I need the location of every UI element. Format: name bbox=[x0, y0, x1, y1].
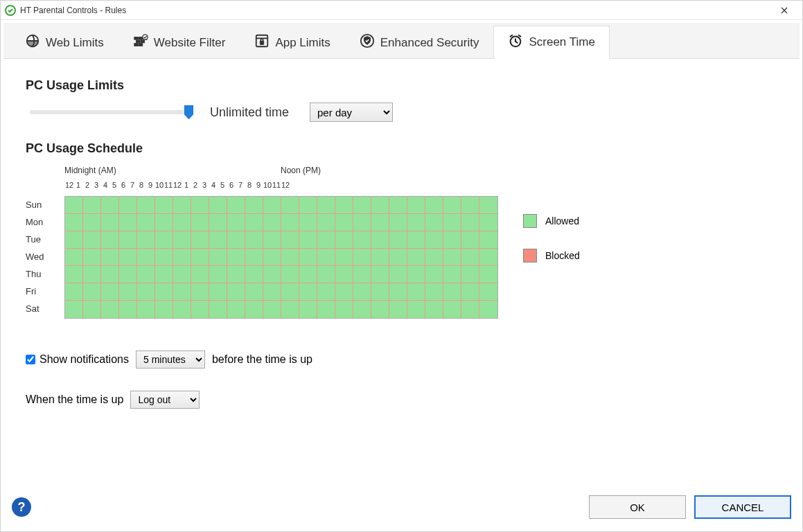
schedule-cell[interactable] bbox=[65, 249, 83, 266]
schedule-cell[interactable] bbox=[65, 266, 83, 283]
schedule-cell[interactable] bbox=[407, 249, 425, 266]
schedule-cell[interactable] bbox=[83, 231, 101, 249]
schedule-cell[interactable] bbox=[65, 231, 83, 249]
schedule-cell[interactable] bbox=[263, 231, 281, 249]
schedule-cell[interactable] bbox=[245, 214, 263, 231]
schedule-cell[interactable] bbox=[173, 231, 191, 249]
schedule-cell[interactable] bbox=[137, 301, 155, 318]
schedule-cell[interactable] bbox=[425, 197, 443, 214]
schedule-cell[interactable] bbox=[281, 301, 299, 318]
schedule-cell[interactable] bbox=[425, 266, 443, 283]
schedule-cell[interactable] bbox=[137, 266, 155, 283]
schedule-cell[interactable] bbox=[263, 301, 281, 318]
schedule-cell[interactable] bbox=[119, 214, 137, 231]
schedule-cell[interactable] bbox=[101, 214, 119, 231]
schedule-cell[interactable] bbox=[335, 266, 353, 283]
schedule-cell[interactable] bbox=[281, 197, 299, 214]
schedule-cell[interactable] bbox=[101, 231, 119, 249]
show-notifications-checkbox[interactable] bbox=[26, 355, 35, 364]
ok-button[interactable]: OK bbox=[589, 495, 686, 519]
schedule-cell[interactable] bbox=[119, 231, 137, 249]
schedule-cell[interactable] bbox=[83, 283, 101, 301]
schedule-cell[interactable] bbox=[443, 231, 461, 249]
schedule-cell[interactable] bbox=[461, 266, 479, 283]
schedule-cell[interactable] bbox=[479, 283, 497, 301]
schedule-cell[interactable] bbox=[299, 197, 317, 214]
schedule-cell[interactable] bbox=[281, 249, 299, 266]
schedule-cell[interactable] bbox=[83, 214, 101, 231]
schedule-cell[interactable] bbox=[299, 214, 317, 231]
schedule-cell[interactable] bbox=[281, 266, 299, 283]
schedule-cell[interactable] bbox=[209, 231, 227, 249]
schedule-cell[interactable] bbox=[227, 231, 245, 249]
schedule-cell[interactable] bbox=[317, 197, 335, 214]
schedule-cell[interactable] bbox=[281, 231, 299, 249]
schedule-cell[interactable] bbox=[191, 266, 209, 283]
schedule-cell[interactable] bbox=[443, 283, 461, 301]
schedule-cell[interactable] bbox=[155, 283, 173, 301]
schedule-cell[interactable] bbox=[245, 249, 263, 266]
schedule-cell[interactable] bbox=[407, 301, 425, 318]
schedule-cell[interactable] bbox=[299, 266, 317, 283]
schedule-cell[interactable] bbox=[389, 231, 407, 249]
schedule-cell[interactable] bbox=[101, 283, 119, 301]
schedule-cell[interactable] bbox=[65, 214, 83, 231]
usage-period-select[interactable]: per day bbox=[310, 103, 393, 122]
schedule-cell[interactable] bbox=[479, 249, 497, 266]
schedule-cell[interactable] bbox=[317, 283, 335, 301]
schedule-cell[interactable] bbox=[335, 283, 353, 301]
schedule-cell[interactable] bbox=[119, 197, 137, 214]
schedule-cell[interactable] bbox=[191, 301, 209, 318]
schedule-cell[interactable] bbox=[461, 301, 479, 318]
schedule-cell[interactable] bbox=[299, 283, 317, 301]
schedule-cell[interactable] bbox=[173, 197, 191, 214]
schedule-cell[interactable] bbox=[137, 214, 155, 231]
schedule-cell[interactable] bbox=[407, 283, 425, 301]
schedule-cell[interactable] bbox=[335, 249, 353, 266]
schedule-cell[interactable] bbox=[371, 283, 389, 301]
schedule-cell[interactable] bbox=[209, 214, 227, 231]
schedule-cell[interactable] bbox=[317, 266, 335, 283]
schedule-cell[interactable] bbox=[443, 214, 461, 231]
schedule-cell[interactable] bbox=[65, 283, 83, 301]
schedule-cell[interactable] bbox=[173, 249, 191, 266]
schedule-cell[interactable] bbox=[137, 231, 155, 249]
schedule-cell[interactable] bbox=[83, 197, 101, 214]
schedule-cell[interactable] bbox=[371, 249, 389, 266]
schedule-grid[interactable] bbox=[64, 196, 498, 319]
schedule-cell[interactable] bbox=[443, 197, 461, 214]
schedule-cell[interactable] bbox=[353, 301, 371, 318]
schedule-cell[interactable] bbox=[155, 231, 173, 249]
schedule-cell[interactable] bbox=[389, 214, 407, 231]
schedule-cell[interactable] bbox=[389, 197, 407, 214]
schedule-cell[interactable] bbox=[245, 197, 263, 214]
schedule-cell[interactable] bbox=[173, 301, 191, 318]
schedule-cell[interactable] bbox=[101, 266, 119, 283]
cancel-button[interactable]: CANCEL bbox=[694, 495, 791, 519]
schedule-cell[interactable] bbox=[335, 197, 353, 214]
schedule-cell[interactable] bbox=[119, 301, 137, 318]
schedule-cell[interactable] bbox=[335, 301, 353, 318]
schedule-cell[interactable] bbox=[155, 214, 173, 231]
schedule-cell[interactable] bbox=[461, 214, 479, 231]
schedule-cell[interactable] bbox=[281, 283, 299, 301]
schedule-cell[interactable] bbox=[83, 301, 101, 318]
schedule-cell[interactable] bbox=[353, 249, 371, 266]
schedule-cell[interactable] bbox=[263, 197, 281, 214]
schedule-cell[interactable] bbox=[191, 214, 209, 231]
schedule-cell[interactable] bbox=[155, 249, 173, 266]
schedule-cell[interactable] bbox=[263, 266, 281, 283]
schedule-cell[interactable] bbox=[479, 214, 497, 231]
schedule-cell[interactable] bbox=[227, 283, 245, 301]
schedule-cell[interactable] bbox=[173, 266, 191, 283]
schedule-cell[interactable] bbox=[443, 266, 461, 283]
schedule-cell[interactable] bbox=[227, 197, 245, 214]
schedule-cell[interactable] bbox=[299, 301, 317, 318]
schedule-cell[interactable] bbox=[317, 301, 335, 318]
schedule-cell[interactable] bbox=[281, 214, 299, 231]
schedule-cell[interactable] bbox=[443, 249, 461, 266]
schedule-cell[interactable] bbox=[479, 231, 497, 249]
schedule-cell[interactable] bbox=[101, 197, 119, 214]
schedule-cell[interactable] bbox=[479, 301, 497, 318]
schedule-cell[interactable] bbox=[443, 301, 461, 318]
